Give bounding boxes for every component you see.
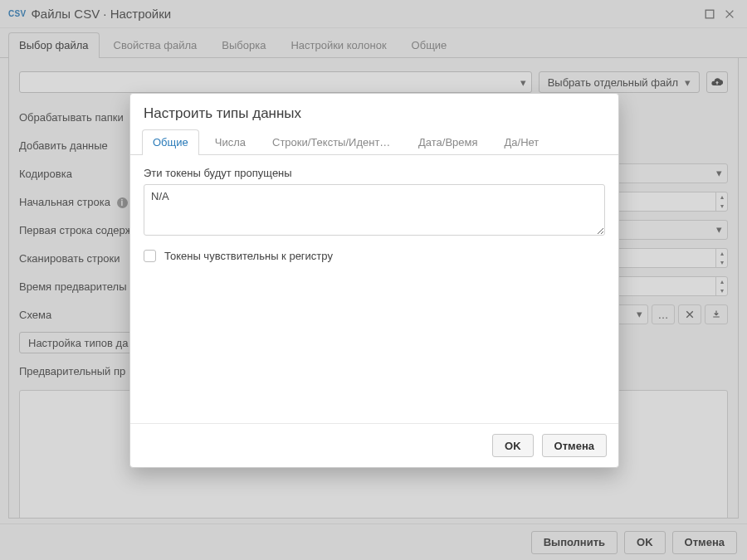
modal-tab-strings[interactable]: Строки/Тексты/Идентифик... xyxy=(261,129,403,155)
case-sensitive-label: Токены чувствительны к регистру xyxy=(164,250,333,262)
modal-ok-button[interactable]: OK xyxy=(492,434,534,457)
modal-tab-datetime[interactable]: Дата/Время xyxy=(408,129,489,155)
modal-body: Эти токены будут пропущены Токены чувств… xyxy=(130,155,618,423)
modal-tab-general[interactable]: Общие xyxy=(142,129,199,155)
modal-title: Настроить типы данных xyxy=(130,94,618,129)
modal-footer: OK Отмена xyxy=(130,423,618,467)
skip-tokens-input[interactable] xyxy=(144,184,605,236)
tokens-label: Эти токены будут пропущены xyxy=(144,167,605,179)
modal-tab-boolean[interactable]: Да/Нет xyxy=(494,129,550,155)
modal-tab-numbers[interactable]: Числа xyxy=(204,129,256,155)
settings-window: CSV Файлы CSV · Настройки Выбор файла Св… xyxy=(0,0,747,560)
modal-cancel-button[interactable]: Отмена xyxy=(542,434,607,457)
modal-tabstrip: Общие Числа Строки/Тексты/Идентифик... Д… xyxy=(130,129,618,155)
data-types-modal: Настроить типы данных Общие Числа Строки… xyxy=(129,93,619,468)
case-sensitive-checkbox[interactable] xyxy=(144,250,156,262)
